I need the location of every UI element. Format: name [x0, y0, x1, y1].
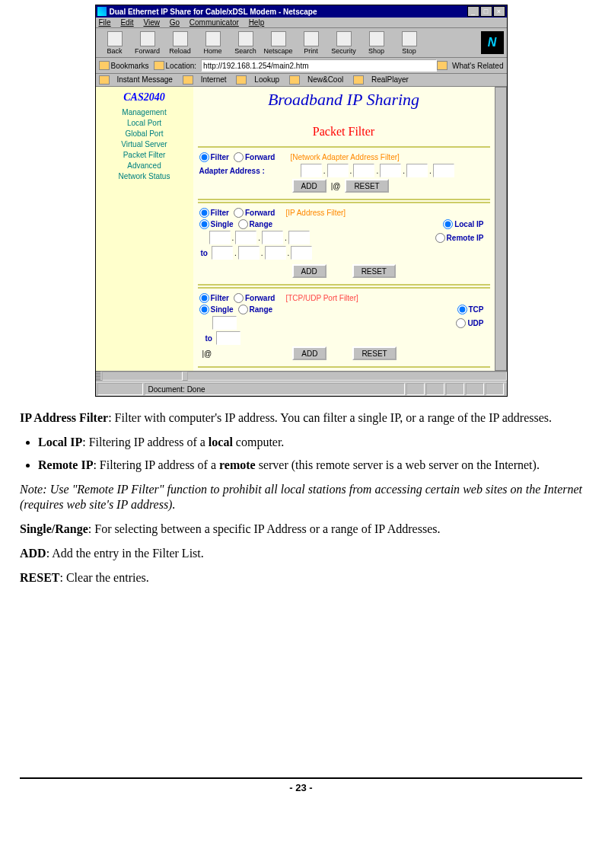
mac-octet-6[interactable]	[433, 164, 454, 177]
minimize-button[interactable]: _	[467, 6, 479, 17]
menu-file[interactable]: File	[99, 18, 111, 27]
port-to[interactable]	[216, 331, 240, 345]
adapter-address-label: Adapter Address :	[199, 167, 265, 175]
menu-communicator[interactable]: Communicator	[190, 18, 239, 27]
sidebar-item-virtual-server[interactable]: Virtual Server	[99, 140, 190, 148]
sidebar-item-advanced[interactable]: Advanced	[99, 161, 190, 170]
add-button-2[interactable]: ADD	[292, 264, 326, 278]
sidebar-item-packet-filter[interactable]: Packet Filter	[99, 151, 190, 159]
location-label: Location:	[166, 62, 197, 70]
ip-to-2[interactable]	[238, 246, 260, 260]
radio-single-3[interactable]: Single	[199, 305, 234, 314]
location-bar: Bookmarks Location: What's Related	[96, 58, 507, 74]
radio-forward-2[interactable]: Forward	[234, 208, 275, 218]
main-content: Broadband IP Sharing Packet Filter Filte…	[193, 87, 495, 371]
status-icon-1[interactable]	[406, 383, 425, 395]
at-label-3: |@	[202, 349, 212, 358]
content-area: CAS2040 Management Local Port Global Por…	[96, 87, 507, 371]
ip-from-3[interactable]	[262, 231, 283, 244]
menu-view[interactable]: View	[143, 18, 160, 27]
sidebar-item-management[interactable]: Management	[99, 108, 190, 116]
close-button[interactable]: ×	[493, 6, 505, 17]
ip-from-1[interactable]	[209, 231, 231, 244]
radio-filter-1[interactable]: Filter	[199, 152, 229, 162]
section-ip-filter: Filter Forward [IP Address Filter] Singl…	[198, 202, 490, 286]
reset-button-1[interactable]: RESET	[345, 179, 388, 193]
newcool-icon	[289, 75, 300, 85]
ip-to-1[interactable]	[212, 246, 233, 260]
status-icon-3[interactable]	[446, 383, 464, 395]
home-button[interactable]: Home	[197, 30, 229, 56]
radio-forward-3[interactable]: Forward	[234, 293, 275, 303]
add-button-3[interactable]: ADD	[292, 346, 326, 360]
radio-filter-2[interactable]: Filter	[199, 208, 229, 218]
mac-octet-2[interactable]	[327, 164, 349, 177]
para-note: Note: Use "Remote IP Filter" function to…	[20, 482, 582, 512]
shop-button[interactable]: Shop	[361, 30, 393, 56]
bookmarks-button[interactable]: Bookmarks	[111, 62, 149, 70]
personal-toolbar: Instant Message Internet Lookup New&Cool…	[96, 74, 507, 87]
sidebar-item-local-port[interactable]: Local Port	[99, 119, 190, 127]
print-button[interactable]: Print	[295, 30, 327, 56]
maximize-button[interactable]: □	[480, 6, 492, 17]
search-button[interactable]: Search	[230, 30, 262, 56]
forward-button[interactable]: Forward	[132, 30, 164, 56]
radio-local-ip[interactable]: Local IP	[443, 219, 483, 229]
link-internet[interactable]: Internet	[201, 75, 227, 84]
frame-divider[interactable]	[96, 371, 507, 381]
link-realplayer[interactable]: RealPlayer	[371, 75, 409, 84]
vertical-scrollbar[interactable]	[495, 87, 507, 371]
radio-forward-1[interactable]: Forward	[234, 152, 275, 162]
bullet-remote-ip: Remote IP: Filtering IP address of a rem…	[38, 458, 582, 473]
radio-single-2[interactable]: Single	[199, 219, 234, 229]
radio-range-2[interactable]: Range	[238, 219, 273, 229]
ip-from-4[interactable]	[288, 231, 310, 244]
netscape-icon	[271, 31, 286, 46]
security-button[interactable]: Security	[328, 30, 360, 56]
reset-button-3[interactable]: RESET	[352, 346, 396, 360]
menu-help[interactable]: Help	[249, 18, 265, 27]
address-input[interactable]	[201, 59, 437, 72]
stop-button[interactable]: Stop	[393, 30, 425, 56]
link-lookup[interactable]: Lookup	[254, 75, 279, 84]
menu-go[interactable]: Go	[170, 18, 180, 27]
status-icon-4[interactable]	[466, 383, 484, 395]
stop-icon	[402, 31, 417, 46]
sidebar-item-global-port[interactable]: Global Port	[99, 129, 190, 138]
ip-to-3[interactable]	[265, 246, 286, 260]
forward-icon	[140, 31, 155, 46]
link-newcool[interactable]: New&Cool	[307, 75, 343, 84]
im-icon	[99, 75, 110, 85]
status-icon-2[interactable]	[426, 383, 444, 395]
related-icon	[437, 61, 448, 70]
menubar: File Edit View Go Communicator Help	[96, 18, 507, 28]
radio-tcp[interactable]: TCP	[457, 305, 484, 314]
radio-range-3[interactable]: Range	[238, 305, 273, 314]
radio-filter-3[interactable]: Filter	[199, 293, 229, 303]
mac-octet-5[interactable]	[406, 164, 428, 177]
realplayer-icon	[353, 75, 364, 85]
back-button[interactable]: Back	[99, 30, 131, 56]
reset-button-2[interactable]: RESET	[352, 264, 396, 278]
mac-octet-1[interactable]	[301, 164, 322, 177]
to-label-2: to	[201, 249, 208, 257]
radio-remote-ip[interactable]: Remote IP	[435, 233, 484, 243]
whats-related-button[interactable]: What's Related	[452, 62, 504, 70]
toolbar: Back Forward Reload Home Search Netscape…	[96, 28, 507, 58]
para-reset: RESET: Clear the entries.	[20, 570, 582, 586]
radio-udp[interactable]: UDP	[456, 318, 483, 328]
status-icon-5[interactable]	[486, 383, 504, 395]
link-instant-message[interactable]: Instant Message	[117, 75, 173, 84]
mac-octet-3[interactable]	[353, 164, 374, 177]
menu-edit[interactable]: Edit	[120, 18, 133, 27]
print-icon	[304, 31, 319, 46]
netscape-button[interactable]: Netscape	[263, 30, 295, 56]
port-from[interactable]	[212, 316, 237, 330]
reload-button[interactable]: Reload	[164, 30, 196, 56]
add-button-1[interactable]: ADD	[292, 179, 326, 193]
mac-octet-4[interactable]	[380, 164, 401, 177]
sidebar-item-network-status[interactable]: Network Status	[99, 172, 190, 180]
ip-from-2[interactable]	[235, 231, 256, 244]
reload-icon	[173, 31, 188, 46]
ip-to-4[interactable]	[291, 246, 312, 260]
